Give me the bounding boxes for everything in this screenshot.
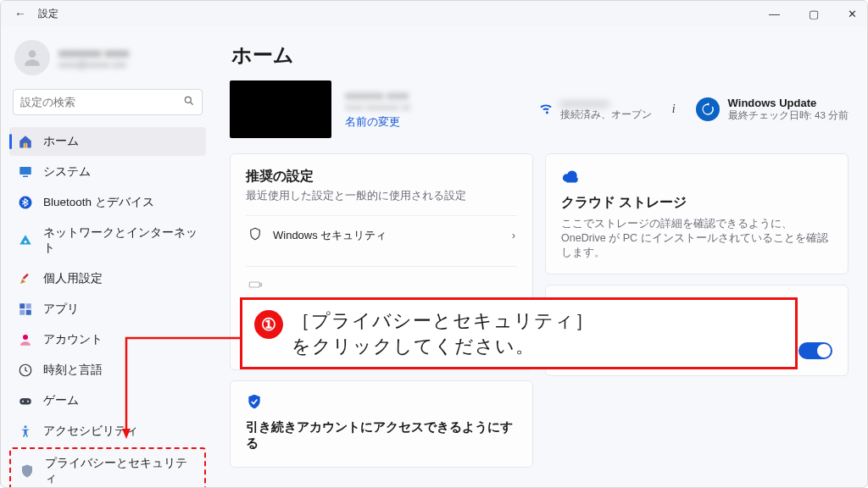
cloud-sub: ここでストレージの詳細を確認できるように、OneDrive が PC にインスト… (561, 217, 832, 260)
sidebar-item-label: 個人用設定 (43, 271, 103, 286)
shield-icon (19, 463, 35, 479)
network-icon (18, 233, 33, 248)
sidebar-item-personalization[interactable]: 個人用設定 (9, 264, 206, 293)
sidebar-item-label: アカウント (43, 332, 103, 347)
svg-line-2 (191, 103, 193, 105)
sidebar-item-system[interactable]: システム (9, 158, 206, 186)
svg-point-16 (27, 401, 29, 402)
window-controls: — ▢ ✕ (762, 4, 864, 24)
update-icon (696, 97, 720, 121)
svg-point-17 (25, 425, 27, 428)
svg-rect-9 (26, 303, 31, 308)
page-title: ホーム (231, 42, 849, 69)
sidebar-item-accounts[interactable]: アカウント (9, 325, 206, 354)
search-icon (183, 95, 195, 109)
recommended-row-security[interactable]: Windows セキュリティ › (246, 215, 517, 254)
svg-point-15 (22, 401, 24, 402)
sidebar-item-label: プライバシーとセキュリティ (45, 456, 196, 486)
windows-update-sub: 最終チェック日時: 43 分前 (728, 109, 849, 122)
main-content: ホーム xxxxxxx xxxx xxxx xxxxxxx xx 名前の変更 x… (211, 26, 867, 487)
search-input[interactable] (20, 96, 183, 108)
sidebar-item-home[interactable]: ホーム (9, 127, 206, 156)
sidebar-item-gaming[interactable]: ゲーム (9, 386, 206, 415)
svg-rect-8 (19, 303, 25, 308)
network-name: xxxxxxxxxx (560, 98, 652, 108)
device-hero: xxxxxxx xxxx xxxx xxxxxxx xx 名前の変更 xxxxx… (230, 80, 849, 138)
minimize-button[interactable]: — (762, 4, 787, 24)
sidebar-item-label: Bluetooth とデバイス (43, 195, 154, 210)
recommended-title: 推奨の設定 (246, 168, 517, 186)
gaming-icon (18, 393, 33, 408)
continuity-card[interactable]: 引き続きアカウントにアクセスできるようにする (230, 380, 533, 468)
svg-rect-7 (23, 274, 29, 280)
info-icon[interactable]: i (670, 103, 677, 116)
device-model: xxxx xxxxxxx xx (345, 102, 411, 112)
nav-list: ホーム システム Bluetooth とデバイス ネットワークとインターネット … (9, 127, 206, 488)
account-header[interactable]: xxxxxxx xxxx xxxx@xxxxx.xxx (9, 35, 206, 86)
sidebar-item-label: アプリ (43, 302, 79, 317)
cloud-title: クラウド ストレージ (561, 194, 832, 212)
sidebar-item-network[interactable]: ネットワークとインターネット (9, 219, 206, 263)
clock-icon (18, 363, 33, 378)
back-button[interactable]: ← (8, 3, 33, 24)
accounts-icon (18, 332, 33, 347)
svg-point-0 (29, 50, 36, 58)
sidebar-item-apps[interactable]: アプリ (9, 295, 206, 324)
svg-point-1 (185, 97, 191, 103)
row-label: Windows セキュリティ (273, 228, 387, 243)
network-sub: 接続済み、オープン (560, 108, 652, 121)
battery-icon (248, 277, 263, 295)
sidebar-item-accessibility[interactable]: アクセシビリティ (9, 417, 206, 446)
system-icon (18, 164, 33, 180)
app-title: 設定 (38, 7, 58, 21)
windows-update-tile[interactable]: Windows Update 最終チェック日時: 43 分前 (696, 97, 849, 122)
svg-rect-11 (26, 310, 31, 315)
titlebar: ← 設定 — ▢ ✕ (1, 1, 867, 26)
apps-icon (18, 302, 33, 317)
sidebar-item-time-language[interactable]: 時刻と言語 (9, 356, 206, 385)
close-button[interactable]: ✕ (841, 4, 864, 24)
accessibility-icon (18, 424, 33, 439)
rename-link[interactable]: 名前の変更 (345, 115, 411, 130)
home-icon (18, 134, 33, 149)
recommended-sub: 最近使用した設定と一般的に使用される設定 (246, 189, 517, 203)
cloud-icon (561, 176, 580, 189)
svg-rect-10 (19, 310, 25, 315)
annotation-text: ［プライバシーとセキュリティ］ をクリックしてください。 (292, 308, 594, 358)
sidebar-item-label: 時刻と言語 (43, 363, 103, 378)
sidebar-item-privacy-security[interactable]: プライバシーとセキュリティ (9, 447, 206, 488)
device-thumbnail (230, 80, 331, 138)
avatar (14, 40, 50, 75)
search-box[interactable] (13, 89, 203, 115)
check-shield-icon (246, 400, 263, 413)
svg-rect-3 (19, 167, 31, 175)
account-name: xxxxxxx xxxx (58, 47, 129, 59)
sidebar-item-label: ゲーム (43, 393, 79, 408)
svg-rect-18 (249, 282, 259, 287)
continuity-title: 引き続きアカウントにアクセスできるようにする (246, 419, 517, 452)
wifi-icon (538, 101, 554, 119)
sidebar-item-label: アクセシビリティ (43, 424, 138, 439)
chevron-right-icon: › (512, 229, 515, 241)
sidebar-item-bluetooth[interactable]: Bluetooth とデバイス (9, 188, 206, 217)
svg-point-12 (23, 335, 28, 340)
cloud-card: クラウド ストレージ ここでストレージの詳細を確認できるように、OneDrive… (545, 153, 849, 274)
svg-rect-19 (260, 284, 262, 286)
bluetooth-toggle[interactable] (798, 342, 832, 359)
annotation-number: ① (254, 310, 283, 339)
annotation-callout: ① ［プライバシーとセキュリティ］ をクリックしてください。 (240, 297, 798, 369)
shield-outline-icon (248, 226, 263, 244)
account-email: xxxx@xxxxx.xxx (58, 59, 129, 69)
settings-window: ← 設定 — ▢ ✕ xxxxxxx xxxx xxxx@xxxxx.xxx (0, 0, 868, 488)
sidebar-item-label: ホーム (43, 134, 79, 149)
sidebar-item-label: システム (43, 164, 91, 180)
svg-rect-4 (23, 176, 28, 178)
paintbrush-icon (18, 271, 33, 286)
bluetooth-icon (18, 195, 33, 210)
device-name: xxxxxxx xxxx (345, 89, 411, 102)
network-status[interactable]: xxxxxxxxxx 接続済み、オープン (538, 98, 652, 121)
maximize-button[interactable]: ▢ (802, 4, 826, 24)
svg-point-6 (25, 241, 27, 243)
svg-rect-14 (19, 398, 31, 405)
sidebar-item-label: ネットワークとインターネット (43, 225, 198, 256)
